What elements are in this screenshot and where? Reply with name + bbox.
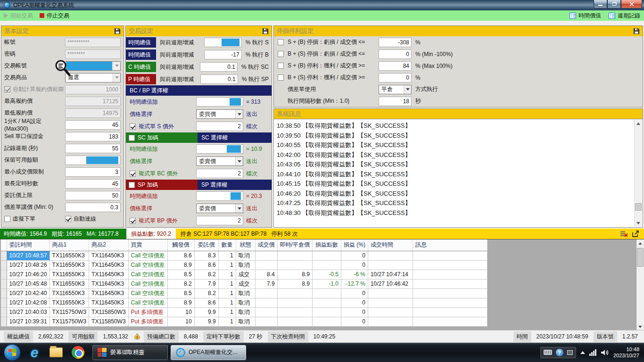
scroll-up-icon[interactable] [636, 239, 644, 247]
save-icon[interactable] [114, 28, 121, 34]
col-status[interactable]: 狀態 [236, 239, 255, 251]
bcbp-multi-checkbox[interactable] [130, 123, 136, 130]
scroll-up-icon[interactable] [635, 120, 642, 127]
stoploss-sb-field[interactable]: -308 [379, 38, 412, 47]
takeprofit-bs-field[interactable]: 0 [379, 73, 412, 82]
col-product1[interactable]: 商品1 [50, 239, 89, 251]
min-strike-field[interactable]: 14975 [65, 108, 121, 118]
scroll-down-icon[interactable] [635, 219, 642, 227]
table-row[interactable]: 10/27 10:45:48TX116550K3TX116450K3Call 空… [1, 279, 487, 288]
virtual-order-checkbox[interactable] [4, 216, 10, 222]
restore-button[interactable] [607, 0, 621, 8]
table-scrollbar[interactable] [636, 239, 644, 330]
bcbp-ticks-field[interactable]: 2 [196, 122, 243, 131]
trade-product-combobox[interactable]: 週選 [65, 73, 121, 82]
sc-ticks-field[interactable]: 2 [196, 169, 243, 178]
record-period-field[interactable]: 55 [65, 144, 121, 153]
scroll-thumb[interactable] [637, 248, 644, 267]
taskbar-explorer-button[interactable] [49, 346, 63, 360]
account-field[interactable]: ********** [65, 38, 121, 47]
sp-ticks-field[interactable]: 2 [196, 216, 243, 225]
col-fill-time[interactable]: 成交時間 [368, 239, 413, 251]
spread-mode-combobox[interactable]: 平倉 [379, 85, 412, 94]
window-tray-icon[interactable] [567, 350, 573, 355]
col-trigger-price[interactable]: 觸發價 [167, 239, 194, 251]
col-fill-price[interactable]: 成交價 [255, 239, 277, 251]
sc-addon-checkbox[interactable] [129, 135, 135, 141]
auto-strike-range-checkbox[interactable] [4, 86, 10, 92]
reserved-balance-field[interactable] [65, 156, 121, 165]
col-order-time[interactable]: 委託時間 [7, 239, 50, 251]
max-timer-seconds-field[interactable]: 45 [65, 179, 121, 189]
table-row[interactable]: 10/27 10:40:03TX115750W3TX115850W3Put 多頭… [1, 307, 487, 317]
network-icon[interactable] [589, 349, 596, 356]
keyboard-icon[interactable] [544, 350, 552, 355]
sp-divisor-field[interactable] [196, 191, 243, 201]
stoploss-bs-checkbox[interactable] [278, 51, 284, 57]
min-fill-limit-field[interactable]: 3 [65, 167, 121, 177]
stoploss-sb-checkbox[interactable] [278, 39, 284, 45]
signal-s-field[interactable] [204, 38, 242, 47]
period-record-button[interactable]: 週期記錄 [609, 12, 640, 20]
clear-log-icon[interactable] [620, 230, 628, 238]
takeprofit-sb-field[interactable]: 84 [379, 61, 412, 71]
chevron-down-icon[interactable] [235, 157, 243, 165]
taskbar-capture-app-button[interactable]: 螢幕擷取精靈 [92, 345, 168, 360]
sell-margin-field[interactable]: 183 [65, 132, 121, 141]
start-trading-button[interactable]: 開始交易 [4, 12, 33, 20]
trade-account-combobox[interactable] [65, 61, 121, 71]
takeprofit-sb-checkbox[interactable] [278, 63, 284, 69]
table-row[interactable]: 10/27 10:46:20TX116550K3TX116450K3Call 空… [1, 270, 487, 279]
col-product2[interactable]: 商品2 [89, 239, 129, 251]
signal-sc-field[interactable]: 0.1 [200, 62, 238, 72]
chevron-down-icon[interactable] [113, 62, 120, 70]
chevron-down-icon[interactable] [113, 74, 120, 82]
table-row[interactable]: 10/27 10:48:57TX116550K3TX116450K3Call 空… [1, 251, 487, 260]
sc-price-combobox[interactable]: 委賣價 [196, 156, 243, 166]
save-icon[interactable] [262, 28, 269, 34]
stop-trading-button[interactable]: 停止交易 [40, 12, 69, 20]
minimize-button[interactable] [594, 0, 607, 8]
col-live-price[interactable]: 即時/平倉價 [277, 239, 312, 251]
col-pl-percent[interactable]: 損益 (%) [341, 239, 368, 251]
exec-interval-field[interactable]: 18 [379, 97, 412, 106]
time-value-button[interactable]: 時間價值 [570, 12, 601, 20]
signal-sp-field[interactable]: 0.1 [200, 74, 238, 84]
stoploss-bs-field[interactable]: 0 [379, 49, 412, 59]
col-side[interactable]: 買賣 [128, 239, 167, 251]
order-price-cap-field[interactable]: 50 [65, 191, 121, 200]
col-message[interactable]: 訊息 [413, 239, 487, 251]
save-icon[interactable] [633, 28, 640, 34]
sp-addon-checkbox[interactable] [129, 182, 135, 188]
col-order-price[interactable]: 委託價 [194, 239, 218, 251]
taskbar-clock[interactable]: 10:48 2023/10/27 [613, 346, 639, 359]
ma-setting-field[interactable]: 45 [65, 120, 121, 130]
col-quantity[interactable]: 數量 [218, 239, 236, 251]
help-icon[interactable]: ? [556, 349, 563, 356]
auto-connect-checkbox[interactable] [65, 216, 71, 222]
max-strike-field[interactable]: 17125 [65, 97, 121, 106]
taskbar-chrome-button[interactable] [71, 346, 85, 360]
sc-divisor-field[interactable] [196, 144, 243, 154]
messages-scrollbar[interactable] [634, 120, 642, 227]
close-button[interactable] [621, 0, 642, 8]
col-pl-points[interactable]: 損益點數 [312, 239, 341, 251]
export-icon[interactable] [632, 230, 639, 238]
bcbp-divisor-field[interactable] [196, 97, 243, 107]
chevron-down-icon[interactable] [235, 204, 243, 213]
volume-icon[interactable] [601, 349, 609, 356]
sp-multi-checkbox[interactable] [130, 218, 136, 224]
table-row[interactable]: 10/27 10:42:40TX116550K3TX116450K3Call 空… [1, 288, 487, 298]
start-button[interactable] [4, 344, 21, 361]
scroll-down-icon[interactable] [636, 323, 644, 330]
chevron-down-icon[interactable] [235, 110, 243, 118]
table-row[interactable]: 10/27 10:48:26TX116550K3TX116450K3Call 空… [1, 260, 487, 270]
bcbp-price-combobox[interactable]: 委買價 [196, 109, 243, 119]
system-messages-box[interactable]: 10:38:50 【取得期貨權益數】【SK_SUCCESS】 10:39:50 … [273, 119, 643, 228]
sp-price-combobox[interactable]: 委賣價 [196, 204, 243, 213]
spread-concession-field[interactable]: 0.3 [65, 203, 121, 212]
table-row[interactable]: 10/27 10:42:08TX116550K3TX116450K3Call 空… [1, 298, 487, 307]
takeprofit-bs-checkbox[interactable] [278, 74, 284, 81]
password-field[interactable]: ******** [65, 49, 121, 59]
chevron-down-icon[interactable] [404, 85, 411, 94]
